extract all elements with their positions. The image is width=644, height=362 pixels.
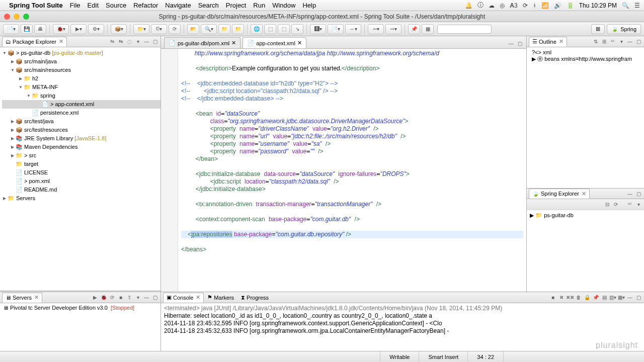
editor-tab-pom[interactable]: 📄ps-guitar-db/pom.xml✕ bbox=[164, 37, 240, 48]
menu-run[interactable]: Run bbox=[253, 2, 265, 9]
menu-window[interactable]: Window bbox=[272, 2, 295, 9]
display-icon[interactable]: ▤ bbox=[601, 294, 608, 301]
relaunch-button[interactable]: ⬚ bbox=[264, 24, 276, 34]
tree-srcmainjava[interactable]: src/main/java bbox=[24, 57, 57, 66]
publish-icon[interactable]: ⇪ bbox=[126, 294, 133, 301]
close-icon[interactable]: ✕ bbox=[297, 40, 302, 46]
package-explorer-tab[interactable]: 🗂 Package Explorer ✕ bbox=[2, 37, 67, 47]
scroll-lock-icon[interactable]: 🔒 bbox=[584, 294, 591, 301]
servers-tab[interactable]: 🖥Servers✕ bbox=[2, 293, 42, 303]
close-icon[interactable]: ✕ bbox=[231, 40, 236, 46]
open-type-button[interactable]: 📂 bbox=[187, 24, 199, 34]
stop-button[interactable]: ⬚ bbox=[278, 24, 290, 34]
maximize-icon[interactable]: ▢ bbox=[635, 38, 642, 45]
view-menu-icon[interactable]: ▾ bbox=[134, 294, 141, 301]
collapse-all-icon[interactable]: ⇋ bbox=[109, 38, 116, 45]
traffic-close-icon[interactable] bbox=[4, 14, 10, 20]
close-icon[interactable]: ✕ bbox=[196, 294, 200, 301]
traffic-zoom-icon[interactable] bbox=[23, 14, 29, 20]
minimize-icon[interactable]: — bbox=[143, 294, 150, 301]
run-button[interactable]: ▶▾ bbox=[70, 24, 87, 34]
collapse-icon[interactable]: ⊟ bbox=[604, 201, 611, 208]
tree-appcontext[interactable]: > app-context.xml bbox=[50, 100, 94, 109]
tree-pom[interactable]: > pom.xml bbox=[24, 177, 50, 186]
battery-icon[interactable]: 🔋 bbox=[567, 2, 574, 9]
spring-explorer-tab[interactable]: 🍃Spring Explorer✕ bbox=[529, 189, 590, 199]
open-perspective-button[interactable]: ⊞ bbox=[591, 24, 605, 34]
minimize-icon[interactable]: — bbox=[626, 294, 633, 301]
tree-jre[interactable]: JRE System Library bbox=[24, 135, 73, 141]
tree-srctestres[interactable]: src/test/resources bbox=[24, 126, 68, 134]
menu-source[interactable]: Source bbox=[106, 2, 126, 9]
traffic-minimize-icon[interactable] bbox=[14, 14, 20, 20]
profile-icon[interactable]: ⟳ bbox=[109, 294, 116, 301]
menu-edit[interactable]: Edit bbox=[88, 2, 99, 9]
info-icon[interactable]: ⓘ bbox=[477, 1, 484, 10]
forward-button[interactable]: ⇨▾ bbox=[385, 24, 401, 34]
outline-xml[interactable]: xml bbox=[543, 49, 551, 55]
new-button[interactable]: 📄▾ bbox=[3, 24, 19, 34]
step-button[interactable]: ↘ bbox=[291, 24, 303, 34]
spring-explorer-item[interactable]: ps-guitar-db bbox=[544, 212, 574, 218]
menu-search[interactable]: Search bbox=[198, 2, 219, 9]
console-body[interactable]: <terminated> java [JUnit] /Library/Java/… bbox=[161, 303, 644, 351]
bean-button[interactable]: 🅱▾ bbox=[310, 24, 326, 34]
remove-all-icon[interactable]: ✖✖ bbox=[567, 294, 574, 301]
remove-icon[interactable]: ✖ bbox=[558, 294, 565, 301]
console-tab[interactable]: ▣Console✕ bbox=[163, 293, 204, 303]
tree-h2[interactable]: h2 bbox=[32, 74, 38, 83]
menu-refactor[interactable]: Refactor bbox=[133, 2, 158, 9]
az-icon[interactable]: ᵃᶻ bbox=[609, 38, 616, 45]
close-icon[interactable]: ✕ bbox=[559, 38, 564, 45]
outline-tab[interactable]: ☰Outline✕ bbox=[529, 37, 567, 47]
menu-help[interactable]: Help bbox=[302, 2, 316, 9]
new-class-button[interactable]: ©▾ bbox=[151, 24, 167, 34]
nav-button[interactable]: ↔▾ bbox=[345, 24, 361, 34]
close-icon[interactable]: ✕ bbox=[582, 191, 586, 197]
menu-navigate[interactable]: Navigate bbox=[165, 2, 191, 9]
markers-tab[interactable]: ⚑Markers bbox=[204, 293, 237, 303]
start-icon[interactable]: ▶ bbox=[92, 294, 99, 301]
tree-readme[interactable]: README.md bbox=[24, 186, 57, 194]
maximize-icon[interactable]: ▢ bbox=[151, 38, 158, 45]
cc-icon[interactable]: ◎ bbox=[500, 2, 505, 9]
terminate-icon[interactable]: ■ bbox=[549, 294, 556, 301]
focus-icon[interactable]: ◌ bbox=[126, 38, 133, 45]
cloud-icon[interactable]: ☁ bbox=[489, 2, 495, 9]
pin-button[interactable]: 📌 bbox=[408, 24, 420, 34]
sort-icon[interactable]: ⇅ bbox=[592, 38, 599, 45]
menu-project[interactable]: Project bbox=[226, 2, 246, 9]
bluetooth-icon[interactable]: ᚼ bbox=[533, 2, 536, 9]
minimize-icon[interactable]: — bbox=[508, 40, 515, 47]
tree-project[interactable]: > ps-guitar-db bbox=[16, 50, 50, 56]
progress-tab[interactable]: ⧗Progress bbox=[237, 293, 272, 303]
spring-perspective-button[interactable]: 🍃 Spring bbox=[607, 24, 641, 34]
view-menu-icon[interactable]: ▾ bbox=[618, 38, 625, 45]
task-button[interactable]: 📁 bbox=[218, 24, 230, 34]
tree-metainf[interactable]: META-INF bbox=[32, 83, 58, 92]
volume-icon[interactable]: 🔊 bbox=[554, 2, 561, 9]
view-menu-icon[interactable]: ▾ bbox=[134, 38, 141, 45]
outline-body[interactable]: ?<> xml ▶ ⓔ beans xmlns=http://www.sprin… bbox=[527, 47, 644, 188]
task-new-button[interactable]: 📁 bbox=[232, 24, 244, 34]
editor-tab-appctx[interactable]: 📄app-context.xml✕ bbox=[243, 37, 306, 48]
refresh-button[interactable]: ⟳ bbox=[169, 24, 181, 34]
run-last-button[interactable]: ⚙▾ bbox=[88, 24, 104, 34]
debug-icon[interactable]: 🐞 bbox=[100, 294, 107, 301]
server-item[interactable]: Pivotal tc Server Developer Edition v3.0 bbox=[10, 305, 108, 311]
menubar-clock[interactable]: Thu 10:29 PM bbox=[579, 2, 617, 9]
maximize-icon[interactable]: ▢ bbox=[635, 294, 642, 301]
debug-button[interactable]: 🐞▾ bbox=[53, 24, 69, 34]
outline-beans[interactable]: beans xmlns=http://www.springfram bbox=[544, 56, 632, 62]
clear-icon[interactable]: 🗑 bbox=[575, 294, 582, 301]
minimize-icon[interactable]: — bbox=[626, 190, 633, 197]
minimize-icon[interactable]: — bbox=[626, 38, 633, 45]
notif-center-icon[interactable]: ☰ bbox=[634, 2, 640, 9]
filter-icon[interactable]: ⊞ bbox=[601, 38, 608, 45]
package-explorer-tree[interactable]: ▼📦> ps-guitar-db [ps-guitar-db master] ▶… bbox=[0, 47, 160, 291]
spotlight-icon[interactable]: 🔍 bbox=[622, 2, 629, 9]
maximize-icon[interactable]: ▢ bbox=[516, 40, 523, 47]
tree-servers[interactable]: Servers bbox=[16, 194, 35, 203]
minimize-icon[interactable]: — bbox=[143, 38, 150, 45]
app-name[interactable]: Spring Tool Suite bbox=[9, 2, 63, 9]
